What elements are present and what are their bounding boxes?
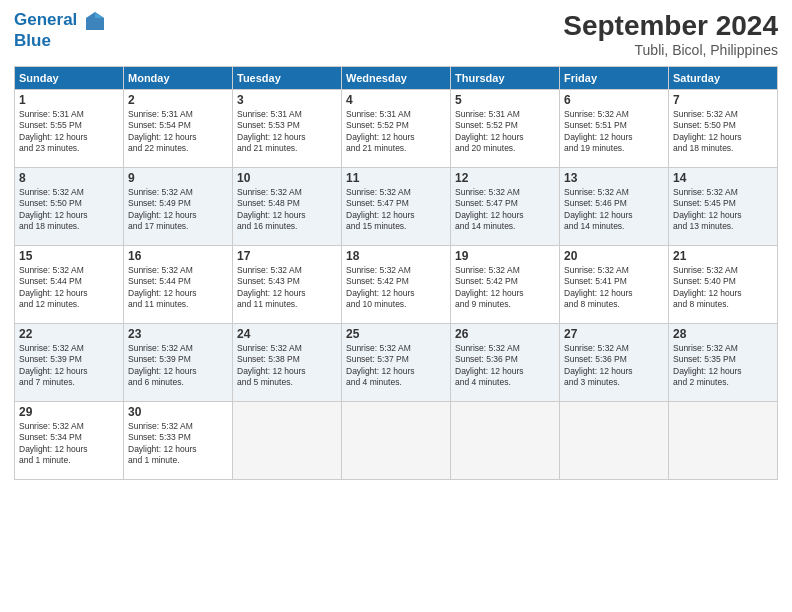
- header-row: Sunday Monday Tuesday Wednesday Thursday…: [15, 67, 778, 90]
- cell-w4-5: 27Sunrise: 5:32 AMSunset: 5:36 PMDayligh…: [560, 324, 669, 402]
- cell-w5-5: [560, 402, 669, 480]
- day-number: 25: [346, 327, 446, 341]
- cell-data: Sunrise: 5:32 AMSunset: 5:50 PMDaylight:…: [19, 187, 119, 233]
- cell-w5-1: 30Sunrise: 5:32 AMSunset: 5:33 PMDayligh…: [124, 402, 233, 480]
- col-tuesday: Tuesday: [233, 67, 342, 90]
- month-title: September 2024: [563, 10, 778, 42]
- cell-data: Sunrise: 5:32 AMSunset: 5:46 PMDaylight:…: [564, 187, 664, 233]
- day-number: 6: [564, 93, 664, 107]
- cell-w4-0: 22Sunrise: 5:32 AMSunset: 5:39 PMDayligh…: [15, 324, 124, 402]
- day-number: 5: [455, 93, 555, 107]
- logo-icon: [84, 10, 106, 32]
- cell-w1-0: 1Sunrise: 5:31 AMSunset: 5:55 PMDaylight…: [15, 90, 124, 168]
- cell-data: Sunrise: 5:31 AMSunset: 5:55 PMDaylight:…: [19, 109, 119, 155]
- cell-w4-2: 24Sunrise: 5:32 AMSunset: 5:38 PMDayligh…: [233, 324, 342, 402]
- cell-data: Sunrise: 5:32 AMSunset: 5:38 PMDaylight:…: [237, 343, 337, 389]
- cell-data: Sunrise: 5:31 AMSunset: 5:53 PMDaylight:…: [237, 109, 337, 155]
- col-sunday: Sunday: [15, 67, 124, 90]
- day-number: 3: [237, 93, 337, 107]
- day-number: 24: [237, 327, 337, 341]
- cell-w3-5: 20Sunrise: 5:32 AMSunset: 5:41 PMDayligh…: [560, 246, 669, 324]
- col-friday: Friday: [560, 67, 669, 90]
- day-number: 9: [128, 171, 228, 185]
- cell-w2-3: 11Sunrise: 5:32 AMSunset: 5:47 PMDayligh…: [342, 168, 451, 246]
- col-monday: Monday: [124, 67, 233, 90]
- day-number: 19: [455, 249, 555, 263]
- week-row-2: 8Sunrise: 5:32 AMSunset: 5:50 PMDaylight…: [15, 168, 778, 246]
- day-number: 14: [673, 171, 773, 185]
- cell-w2-5: 13Sunrise: 5:32 AMSunset: 5:46 PMDayligh…: [560, 168, 669, 246]
- day-number: 2: [128, 93, 228, 107]
- cell-w1-6: 7Sunrise: 5:32 AMSunset: 5:50 PMDaylight…: [669, 90, 778, 168]
- day-number: 21: [673, 249, 773, 263]
- cell-data: Sunrise: 5:32 AMSunset: 5:39 PMDaylight:…: [128, 343, 228, 389]
- logo-blue: Blue: [14, 32, 106, 51]
- week-row-1: 1Sunrise: 5:31 AMSunset: 5:55 PMDaylight…: [15, 90, 778, 168]
- col-saturday: Saturday: [669, 67, 778, 90]
- cell-data: Sunrise: 5:32 AMSunset: 5:45 PMDaylight:…: [673, 187, 773, 233]
- cell-data: Sunrise: 5:32 AMSunset: 5:34 PMDaylight:…: [19, 421, 119, 467]
- day-number: 11: [346, 171, 446, 185]
- cell-w3-0: 15Sunrise: 5:32 AMSunset: 5:44 PMDayligh…: [15, 246, 124, 324]
- cell-data: Sunrise: 5:31 AMSunset: 5:52 PMDaylight:…: [455, 109, 555, 155]
- cell-w1-3: 4Sunrise: 5:31 AMSunset: 5:52 PMDaylight…: [342, 90, 451, 168]
- cell-w4-4: 26Sunrise: 5:32 AMSunset: 5:36 PMDayligh…: [451, 324, 560, 402]
- svg-marker-1: [95, 12, 104, 18]
- day-number: 22: [19, 327, 119, 341]
- day-number: 10: [237, 171, 337, 185]
- cell-data: Sunrise: 5:32 AMSunset: 5:36 PMDaylight:…: [564, 343, 664, 389]
- cell-w1-1: 2Sunrise: 5:31 AMSunset: 5:54 PMDaylight…: [124, 90, 233, 168]
- day-number: 26: [455, 327, 555, 341]
- week-row-5: 29Sunrise: 5:32 AMSunset: 5:34 PMDayligh…: [15, 402, 778, 480]
- cell-w2-0: 8Sunrise: 5:32 AMSunset: 5:50 PMDaylight…: [15, 168, 124, 246]
- cell-data: Sunrise: 5:32 AMSunset: 5:39 PMDaylight:…: [19, 343, 119, 389]
- day-number: 29: [19, 405, 119, 419]
- cell-data: Sunrise: 5:32 AMSunset: 5:35 PMDaylight:…: [673, 343, 773, 389]
- cell-data: Sunrise: 5:32 AMSunset: 5:41 PMDaylight:…: [564, 265, 664, 311]
- cell-w5-3: [342, 402, 451, 480]
- cell-data: Sunrise: 5:31 AMSunset: 5:52 PMDaylight:…: [346, 109, 446, 155]
- cell-w2-4: 12Sunrise: 5:32 AMSunset: 5:47 PMDayligh…: [451, 168, 560, 246]
- main-container: General Blue September 2024 Tubli, Bicol…: [0, 0, 792, 490]
- cell-w5-0: 29Sunrise: 5:32 AMSunset: 5:34 PMDayligh…: [15, 402, 124, 480]
- header: General Blue September 2024 Tubli, Bicol…: [14, 10, 778, 58]
- cell-data: Sunrise: 5:32 AMSunset: 5:33 PMDaylight:…: [128, 421, 228, 467]
- week-row-4: 22Sunrise: 5:32 AMSunset: 5:39 PMDayligh…: [15, 324, 778, 402]
- cell-w4-3: 25Sunrise: 5:32 AMSunset: 5:37 PMDayligh…: [342, 324, 451, 402]
- cell-data: Sunrise: 5:32 AMSunset: 5:44 PMDaylight:…: [19, 265, 119, 311]
- logo-text: General: [14, 10, 106, 32]
- cell-w2-1: 9Sunrise: 5:32 AMSunset: 5:49 PMDaylight…: [124, 168, 233, 246]
- week-row-3: 15Sunrise: 5:32 AMSunset: 5:44 PMDayligh…: [15, 246, 778, 324]
- cell-data: Sunrise: 5:32 AMSunset: 5:47 PMDaylight:…: [455, 187, 555, 233]
- day-number: 28: [673, 327, 773, 341]
- day-number: 23: [128, 327, 228, 341]
- cell-w4-6: 28Sunrise: 5:32 AMSunset: 5:35 PMDayligh…: [669, 324, 778, 402]
- cell-data: Sunrise: 5:32 AMSunset: 5:37 PMDaylight:…: [346, 343, 446, 389]
- cell-w2-2: 10Sunrise: 5:32 AMSunset: 5:48 PMDayligh…: [233, 168, 342, 246]
- location: Tubli, Bicol, Philippines: [563, 42, 778, 58]
- cell-data: Sunrise: 5:32 AMSunset: 5:42 PMDaylight:…: [346, 265, 446, 311]
- cell-w5-6: [669, 402, 778, 480]
- day-number: 13: [564, 171, 664, 185]
- cell-data: Sunrise: 5:32 AMSunset: 5:50 PMDaylight:…: [673, 109, 773, 155]
- calendar-table: Sunday Monday Tuesday Wednesday Thursday…: [14, 66, 778, 480]
- cell-w1-4: 5Sunrise: 5:31 AMSunset: 5:52 PMDaylight…: [451, 90, 560, 168]
- cell-w1-5: 6Sunrise: 5:32 AMSunset: 5:51 PMDaylight…: [560, 90, 669, 168]
- cell-w3-6: 21Sunrise: 5:32 AMSunset: 5:40 PMDayligh…: [669, 246, 778, 324]
- title-block: September 2024 Tubli, Bicol, Philippines: [563, 10, 778, 58]
- cell-w5-2: [233, 402, 342, 480]
- cell-w4-1: 23Sunrise: 5:32 AMSunset: 5:39 PMDayligh…: [124, 324, 233, 402]
- day-number: 15: [19, 249, 119, 263]
- cell-data: Sunrise: 5:32 AMSunset: 5:42 PMDaylight:…: [455, 265, 555, 311]
- day-number: 17: [237, 249, 337, 263]
- cell-w3-1: 16Sunrise: 5:32 AMSunset: 5:44 PMDayligh…: [124, 246, 233, 324]
- day-number: 30: [128, 405, 228, 419]
- cell-data: Sunrise: 5:32 AMSunset: 5:48 PMDaylight:…: [237, 187, 337, 233]
- logo: General Blue: [14, 10, 106, 51]
- day-number: 12: [455, 171, 555, 185]
- cell-w3-4: 19Sunrise: 5:32 AMSunset: 5:42 PMDayligh…: [451, 246, 560, 324]
- cell-data: Sunrise: 5:32 AMSunset: 5:44 PMDaylight:…: [128, 265, 228, 311]
- cell-w3-3: 18Sunrise: 5:32 AMSunset: 5:42 PMDayligh…: [342, 246, 451, 324]
- logo-general: General: [14, 10, 77, 29]
- day-number: 8: [19, 171, 119, 185]
